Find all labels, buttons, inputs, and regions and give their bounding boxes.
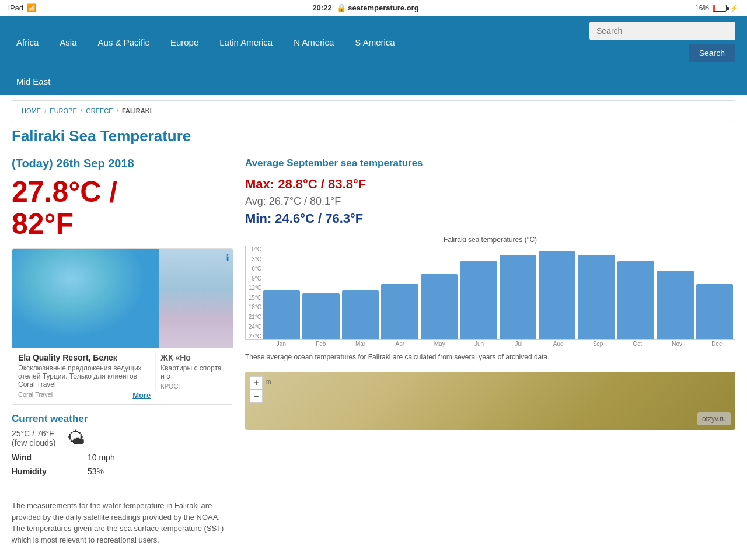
chart-x-label: Oct [619, 341, 656, 347]
humidity-value: 53% [88, 467, 104, 476]
breadcrumb: HOME / EUROPE / GREECE / FALIRAKI [12, 100, 735, 121]
map-scale: m [266, 379, 271, 385]
ad-image-main [12, 249, 159, 348]
chart-bar [696, 284, 733, 339]
main-nav: Africa Asia Aus & Pacific Europe Latin A… [0, 16, 747, 94]
chart-x-label: Jan [263, 341, 300, 347]
nav-mid-east[interactable]: Mid East [6, 68, 61, 94]
nav-africa[interactable]: Africa [6, 27, 49, 58]
chart-x-label: Jul [500, 341, 537, 347]
temp-max: Max: 28.8°C / 83.8°F [245, 177, 735, 192]
nav-search-area: Search [584, 16, 741, 68]
nav-items-row1: Africa Asia Aus & Pacific Europe Latin A… [6, 27, 584, 58]
chart-bar [617, 261, 654, 339]
temp-celsius: 27.8°C / [12, 176, 117, 208]
nav-aus-pacific[interactable]: Aus & Pacific [88, 27, 160, 58]
ad-images [12, 249, 233, 348]
ad-info-icon[interactable]: ℹ [226, 253, 229, 264]
chart-bar [263, 290, 300, 339]
temp-min-label: Min: [245, 211, 271, 226]
chart-area [245, 246, 735, 340]
nav-s-america[interactable]: S America [344, 27, 405, 58]
chart-x-label: May [421, 341, 458, 347]
temp-avg: Avg: 26.7°C / 80.1°F [245, 195, 735, 208]
ad-side-text: ЖК «Но Квартиры с спорта и от КРОСТ [155, 353, 227, 390]
weather-row: 25°C / 76°F (few clouds) 🌤 [12, 428, 233, 448]
search-button[interactable]: Search [689, 44, 735, 62]
divider [12, 488, 233, 488]
status-right: 16% ⚡ [695, 4, 739, 12]
battery-percent: 16% [695, 4, 709, 12]
nav-asia[interactable]: Asia [49, 27, 87, 58]
chart-bar [460, 261, 497, 339]
wind-row: Wind 10 mph [12, 453, 233, 462]
chart-bar [578, 255, 615, 339]
breadcrumb-europe[interactable]: EUROPE [50, 107, 76, 114]
ad-main-text: Ela Quality Resort, Белек Эксклюзивные п… [18, 353, 151, 400]
humidity-row: Humidity 53% [12, 467, 233, 476]
chart-x-label: Feb [302, 341, 340, 347]
ad-body: Ela Quality Resort, Белек Эксклюзивные п… [12, 348, 233, 404]
nav-europe[interactable]: Europe [160, 27, 209, 58]
ad-side-desc: Квартиры с спорта и от [160, 364, 227, 380]
breadcrumb-sep-2: / [81, 107, 82, 115]
footer-text: The measurements for the water temperatu… [12, 500, 233, 545]
map-area: + − m otzyv.ru [245, 372, 735, 430]
weather-temp: 25°C / 76°F [12, 429, 55, 438]
search-input[interactable] [589, 22, 735, 40]
map-zoom-in[interactable]: + [250, 376, 263, 389]
breadcrumb-sep-3: / [117, 107, 118, 115]
ad-more-link[interactable]: More [132, 391, 151, 400]
battery-icon [713, 5, 727, 12]
chart-bar [500, 255, 536, 339]
wifi-icon: 📶 [27, 4, 36, 12]
chart-wrapper: 27°C 24°C 21°C 18°C 15°C 12°C 9°C 6°C 3°… [245, 246, 735, 340]
chart-caption: These average ocean temperatures for Fal… [245, 352, 735, 362]
breadcrumb-sep-1: / [44, 107, 46, 115]
chart-x-labels: JanFebMarAprMayJunJulAugSepOctNovDec [245, 341, 735, 347]
map-controls: + − [250, 376, 263, 402]
chart-bar [381, 284, 418, 339]
nav-top-row: Africa Asia Aus & Pacific Europe Latin A… [0, 16, 747, 68]
breadcrumb-greece[interactable]: GREECE [86, 107, 113, 114]
temp-max-value: 28.8°C / 83.8°F [278, 177, 366, 191]
chart-x-label: Nov [658, 341, 696, 347]
ad-source: Coral Travel More [18, 391, 151, 398]
temp-max-label: Max: [245, 177, 274, 191]
ipad-label: iPad [8, 4, 23, 12]
map-watermark: otzyv.ru [697, 412, 731, 425]
chart-x-label: Jun [460, 341, 498, 347]
ad-container: ℹ Ela Quality Resort, Белек Эксклюзивные… [12, 249, 233, 405]
status-bar: iPad 📶 20:22🔒 seatemperature.org 16% ⚡ [0, 0, 747, 16]
breadcrumb-home[interactable]: HOME [22, 107, 41, 114]
nav-bottom-row: Mid East [0, 68, 747, 94]
temp-avg-label: Avg: [245, 195, 266, 207]
chart-title: Faliraki sea temperatures (°C) [245, 236, 735, 244]
chart-bar [657, 271, 693, 339]
chart-bar [421, 274, 458, 339]
chart-x-label: Mar [342, 341, 379, 347]
chart-x-label: Dec [698, 341, 735, 347]
ad-side-source: КРОСТ [160, 383, 227, 390]
nav-latin-america[interactable]: Latin America [209, 27, 283, 58]
weather-temp-desc: 25°C / 76°F (few clouds) [12, 429, 55, 447]
weather-desc: (few clouds) [12, 438, 55, 447]
temp-fahrenheit: 82°F [12, 208, 74, 240]
chart-x-label: Apr [381, 341, 418, 347]
date-display: (Today) 26th Sep 2018 [12, 157, 233, 170]
chart-x-label: Sep [580, 341, 617, 347]
humidity-label: Humidity [12, 467, 58, 476]
charging-icon: ⚡ [730, 4, 739, 12]
chart-container: Faliraki sea temperatures (°C) 27°C 24°C… [245, 236, 735, 362]
nav-n-america[interactable]: N America [283, 27, 344, 58]
temp-avg-value: 26.7°C / 80.1°F [269, 195, 341, 207]
avg-title: Average September sea temperatures [245, 157, 735, 170]
main-content: (Today) 26th Sep 2018 27.8°C / 82°F ℹ El… [0, 151, 747, 551]
weather-icon: 🌤 [67, 428, 85, 448]
ad-image-side [159, 249, 233, 348]
map-zoom-out[interactable]: − [250, 390, 263, 402]
page-title: Faliraki Sea Temperature [12, 127, 735, 145]
temp-min: Min: 24.6°C / 76.3°F [245, 211, 735, 226]
chart-x-label: Aug [540, 341, 577, 347]
chart-bar [302, 293, 339, 339]
